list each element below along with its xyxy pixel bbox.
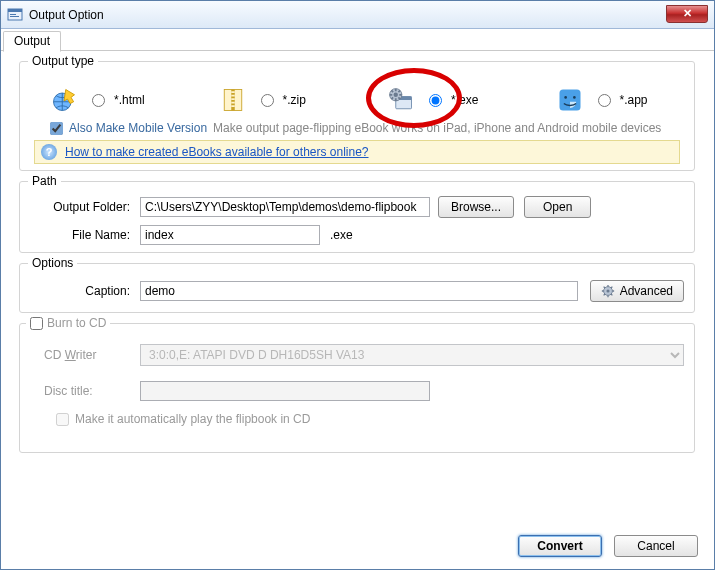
cd-writer-select[interactable]: 3:0:0,E: ATAPI DVD D DH16D5SH VA13 (140, 344, 684, 366)
type-app-label: *.app (620, 93, 648, 107)
mobile-hint: Make output page-flipping eBook works on… (213, 121, 661, 135)
type-zip[interactable]: *.zip (189, 86, 358, 114)
type-app[interactable]: *.app (526, 86, 695, 114)
path-legend: Path (28, 174, 61, 188)
info-link[interactable]: How to make created eBooks available for… (65, 145, 369, 159)
close-button[interactable]: ✕ (666, 5, 708, 23)
output-type-row: *.html *.zip *.exe *.app (20, 82, 694, 118)
advanced-label: Advanced (620, 284, 673, 298)
mobile-row: Also Make Mobile Version Make output pag… (50, 118, 684, 138)
svg-point-20 (606, 289, 609, 292)
autoplay-checkbox[interactable] (56, 413, 69, 426)
disc-title-input[interactable] (140, 381, 430, 401)
type-exe[interactable]: *.exe (357, 86, 526, 114)
svg-rect-2 (10, 14, 16, 15)
advanced-button[interactable]: Advanced (590, 280, 684, 302)
filename-label: File Name: (30, 228, 140, 242)
zip-icon (219, 86, 247, 114)
caption-input[interactable] (140, 281, 578, 301)
svg-rect-1 (8, 9, 22, 12)
finder-icon (556, 86, 584, 114)
exe-icon (387, 86, 415, 114)
browse-button[interactable]: Browse... (438, 196, 514, 218)
svg-point-18 (573, 96, 576, 99)
info-bar: ? How to make created eBooks available f… (34, 140, 680, 164)
output-type-legend: Output type (28, 54, 98, 68)
output-option-dialog: Output Option ✕ Output Output type *.htm… (0, 0, 715, 570)
svg-rect-11 (231, 105, 235, 107)
tabstrip: Output (1, 29, 714, 51)
titlebar[interactable]: Output Option ✕ (1, 1, 714, 29)
filename-ext: .exe (330, 228, 353, 242)
dialog-footer: Convert Cancel (518, 535, 698, 557)
filename-input[interactable] (140, 225, 320, 245)
svg-point-17 (564, 96, 567, 99)
radio-html[interactable] (92, 94, 105, 107)
group-burn: Burn to CD CD Writer 3:0:0,E: ATAPI DVD … (19, 323, 695, 453)
autoplay-label: Make it automatically play the flipbook … (75, 412, 310, 426)
burn-checkbox[interactable] (30, 317, 43, 330)
radio-app[interactable] (598, 94, 611, 107)
svg-rect-10 (231, 102, 235, 104)
output-folder-label: Output Folder: (30, 200, 140, 214)
globe-icon (50, 86, 78, 114)
burn-legend: Burn to CD (47, 316, 106, 330)
svg-rect-8 (231, 95, 235, 97)
gear-icon (601, 284, 615, 298)
help-icon: ? (41, 144, 57, 160)
window-title: Output Option (29, 8, 104, 22)
svg-point-15 (394, 93, 398, 97)
app-icon (7, 7, 23, 23)
type-html[interactable]: *.html (20, 86, 189, 114)
disc-title-label: Disc title: (30, 384, 140, 398)
convert-button[interactable]: Convert (518, 535, 602, 557)
mobile-label: Also Make Mobile Version (69, 121, 207, 135)
group-path: Path Output Folder: Browse... Open File … (19, 181, 695, 253)
tab-output[interactable]: Output (3, 31, 61, 52)
svg-rect-9 (231, 98, 235, 100)
radio-zip[interactable] (261, 94, 274, 107)
open-button[interactable]: Open (524, 196, 591, 218)
type-exe-label: *.exe (451, 93, 478, 107)
cd-writer-label: CD Writer (30, 348, 140, 362)
group-options: Options Caption: Advanced (19, 263, 695, 313)
burn-checkbox-wrap[interactable]: Burn to CD (26, 316, 110, 330)
mobile-checkbox[interactable] (50, 122, 63, 135)
group-output-type: Output type *.html *.zip *.exe (19, 61, 695, 171)
type-html-label: *.html (114, 93, 145, 107)
options-legend: Options (28, 256, 77, 270)
svg-rect-3 (10, 16, 19, 17)
caption-label: Caption: (30, 284, 140, 298)
type-zip-label: *.zip (283, 93, 306, 107)
client-area: Output type *.html *.zip *.exe (9, 55, 706, 525)
output-folder-input[interactable] (140, 197, 430, 217)
radio-exe[interactable] (429, 94, 442, 107)
svg-rect-7 (231, 91, 235, 93)
cancel-button[interactable]: Cancel (614, 535, 698, 557)
